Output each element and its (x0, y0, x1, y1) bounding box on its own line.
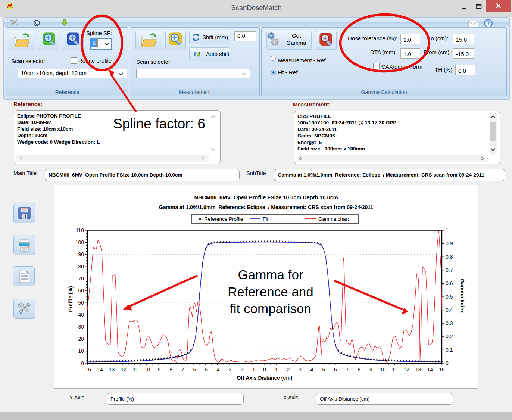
svg-text:0.7: 0.7 (446, 267, 453, 273)
svg-text:Gamma Index: Gamma Index (459, 279, 465, 313)
svg-text:Fit: Fit (263, 216, 268, 222)
svg-text:-9: -9 (156, 367, 161, 373)
svg-text:14: 14 (427, 367, 433, 373)
svg-text:-3: -3 (227, 367, 232, 373)
svg-text:5: 5 (322, 367, 325, 373)
svg-text:11: 11 (392, 367, 397, 373)
svg-text:0: 0 (81, 360, 84, 366)
svg-text:-5: -5 (203, 367, 208, 373)
svg-text:40: 40 (78, 312, 84, 318)
svg-text:12: 12 (403, 367, 409, 373)
svg-text:-12: -12 (119, 367, 127, 373)
svg-text:2: 2 (287, 367, 290, 373)
svg-text:0.3: 0.3 (446, 320, 453, 326)
svg-text:C: C (35, 21, 38, 25)
svg-text:Gamma at 1.0%/1.0mm Reference: Gamma at 1.0%/1.0mm Reference: Eclipse /… (159, 204, 373, 210)
svg-text:80: 80 (78, 264, 84, 270)
svg-text:0.1: 0.1 (446, 347, 453, 353)
svg-text:8: 8 (358, 367, 360, 373)
svg-text:0: 0 (446, 360, 449, 366)
svg-text:60: 60 (78, 287, 84, 293)
svg-text:-7: -7 (179, 367, 184, 373)
svg-text:4: 4 (310, 367, 313, 373)
svg-text:Reference Profile: Reference Profile (204, 216, 243, 222)
svg-text:-1: -1 (250, 367, 255, 373)
svg-text:1: 1 (275, 367, 278, 373)
svg-text:70: 70 (78, 276, 84, 281)
svg-text:6: 6 (334, 367, 337, 373)
svg-text:0.9: 0.9 (446, 240, 453, 246)
svg-text:-15: -15 (84, 367, 91, 373)
svg-text:3: 3 (299, 367, 302, 373)
svg-text:0: 0 (263, 367, 266, 373)
svg-text:1: 1 (446, 227, 449, 233)
svg-text:9: 9 (369, 367, 372, 373)
svg-text:0.5: 0.5 (446, 294, 453, 300)
svg-text:-11: -11 (131, 367, 138, 373)
svg-text:NBCM06 6MV Open Profile FSiz: NBCM06 6MV Open Profile FSize 10.0cm Dep… (194, 195, 338, 200)
svg-text:0.4: 0.4 (446, 307, 453, 313)
svg-text:-6: -6 (191, 367, 196, 373)
svg-text:-8: -8 (168, 367, 172, 373)
svg-text:0.6: 0.6 (446, 280, 453, 286)
svg-text:50: 50 (78, 300, 84, 306)
svg-text:90: 90 (78, 251, 84, 257)
svg-text:15: 15 (439, 367, 445, 373)
svg-text:Off Axis Distance (cm): Off Axis Distance (cm) (237, 375, 293, 381)
svg-text:Profile (%): Profile (%) (68, 286, 74, 312)
svg-text:-2: -2 (238, 367, 243, 373)
svg-text:Gamma chart: Gamma chart (318, 216, 349, 222)
svg-text:-10: -10 (143, 367, 150, 373)
svg-text:13: 13 (415, 367, 421, 373)
svg-text:0.2: 0.2 (446, 333, 453, 339)
svg-text:-13: -13 (107, 367, 115, 373)
svg-text:10: 10 (78, 348, 84, 354)
svg-text:-4: -4 (215, 367, 220, 373)
svg-text:100: 100 (75, 239, 84, 245)
svg-text:7: 7 (346, 367, 349, 373)
svg-text:0.8: 0.8 (446, 254, 453, 260)
svg-text:30: 30 (78, 324, 84, 330)
svg-text:-14: -14 (96, 367, 103, 373)
svg-text:10: 10 (380, 367, 386, 373)
svg-text:?: ? (487, 20, 490, 26)
svg-text:20: 20 (78, 336, 84, 342)
svg-text:110: 110 (76, 227, 84, 233)
